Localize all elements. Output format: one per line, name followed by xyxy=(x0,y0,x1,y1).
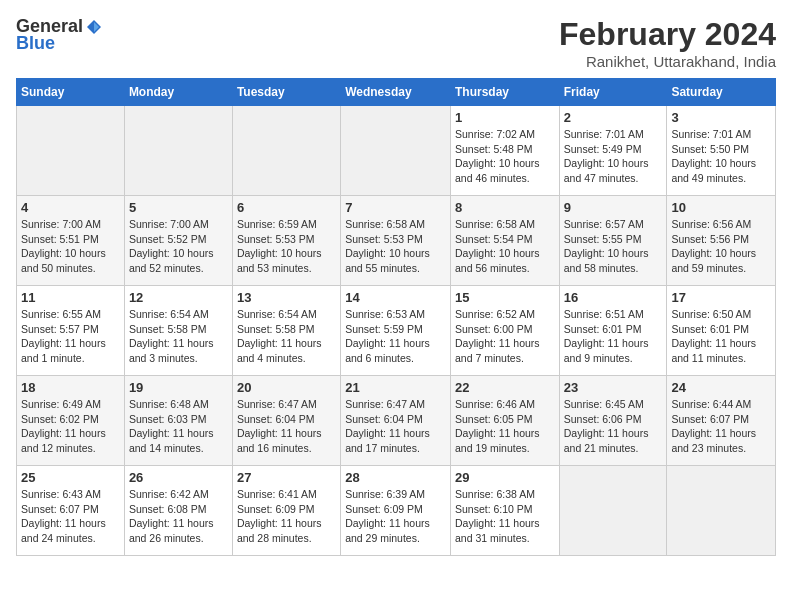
week-row-5: 25Sunrise: 6:43 AM Sunset: 6:07 PM Dayli… xyxy=(17,466,776,556)
calendar-cell: 2Sunrise: 7:01 AM Sunset: 5:49 PM Daylig… xyxy=(559,106,667,196)
calendar-cell: 15Sunrise: 6:52 AM Sunset: 6:00 PM Dayli… xyxy=(450,286,559,376)
calendar-cell: 7Sunrise: 6:58 AM Sunset: 5:53 PM Daylig… xyxy=(341,196,451,286)
calendar-cell: 13Sunrise: 6:54 AM Sunset: 5:58 PM Dayli… xyxy=(232,286,340,376)
day-number: 29 xyxy=(455,470,555,485)
day-info: Sunrise: 7:00 AM Sunset: 5:52 PM Dayligh… xyxy=(129,217,228,276)
day-info: Sunrise: 7:01 AM Sunset: 5:50 PM Dayligh… xyxy=(671,127,771,186)
calendar-cell: 11Sunrise: 6:55 AM Sunset: 5:57 PM Dayli… xyxy=(17,286,125,376)
calendar-cell xyxy=(559,466,667,556)
title-area: February 2024 Ranikhet, Uttarakhand, Ind… xyxy=(559,16,776,70)
day-number: 19 xyxy=(129,380,228,395)
day-number: 5 xyxy=(129,200,228,215)
day-number: 12 xyxy=(129,290,228,305)
day-info: Sunrise: 6:52 AM Sunset: 6:00 PM Dayligh… xyxy=(455,307,555,366)
day-number: 11 xyxy=(21,290,120,305)
week-row-1: 1Sunrise: 7:02 AM Sunset: 5:48 PM Daylig… xyxy=(17,106,776,196)
day-number: 13 xyxy=(237,290,336,305)
calendar-cell: 24Sunrise: 6:44 AM Sunset: 6:07 PM Dayli… xyxy=(667,376,776,466)
day-info: Sunrise: 6:53 AM Sunset: 5:59 PM Dayligh… xyxy=(345,307,446,366)
calendar-table: SundayMondayTuesdayWednesdayThursdayFrid… xyxy=(16,78,776,556)
calendar-cell: 8Sunrise: 6:58 AM Sunset: 5:54 PM Daylig… xyxy=(450,196,559,286)
day-number: 1 xyxy=(455,110,555,125)
day-number: 23 xyxy=(564,380,663,395)
calendar-cell: 21Sunrise: 6:47 AM Sunset: 6:04 PM Dayli… xyxy=(341,376,451,466)
calendar-cell xyxy=(341,106,451,196)
calendar-cell: 22Sunrise: 6:46 AM Sunset: 6:05 PM Dayli… xyxy=(450,376,559,466)
logo-icon xyxy=(85,18,103,36)
header-row: SundayMondayTuesdayWednesdayThursdayFrid… xyxy=(17,79,776,106)
calendar-cell xyxy=(667,466,776,556)
day-number: 28 xyxy=(345,470,446,485)
header-day-tuesday: Tuesday xyxy=(232,79,340,106)
day-info: Sunrise: 6:41 AM Sunset: 6:09 PM Dayligh… xyxy=(237,487,336,546)
header-day-monday: Monday xyxy=(124,79,232,106)
day-info: Sunrise: 6:38 AM Sunset: 6:10 PM Dayligh… xyxy=(455,487,555,546)
calendar-cell: 3Sunrise: 7:01 AM Sunset: 5:50 PM Daylig… xyxy=(667,106,776,196)
calendar-cell xyxy=(124,106,232,196)
day-number: 2 xyxy=(564,110,663,125)
header-day-friday: Friday xyxy=(559,79,667,106)
day-info: Sunrise: 7:02 AM Sunset: 5:48 PM Dayligh… xyxy=(455,127,555,186)
calendar-cell: 25Sunrise: 6:43 AM Sunset: 6:07 PM Dayli… xyxy=(17,466,125,556)
day-info: Sunrise: 6:54 AM Sunset: 5:58 PM Dayligh… xyxy=(129,307,228,366)
day-info: Sunrise: 6:47 AM Sunset: 6:04 PM Dayligh… xyxy=(237,397,336,456)
header-day-saturday: Saturday xyxy=(667,79,776,106)
day-number: 21 xyxy=(345,380,446,395)
month-title: February 2024 xyxy=(559,16,776,53)
calendar-cell: 27Sunrise: 6:41 AM Sunset: 6:09 PM Dayli… xyxy=(232,466,340,556)
header-day-sunday: Sunday xyxy=(17,79,125,106)
header-day-wednesday: Wednesday xyxy=(341,79,451,106)
calendar-cell: 20Sunrise: 6:47 AM Sunset: 6:04 PM Dayli… xyxy=(232,376,340,466)
day-info: Sunrise: 6:47 AM Sunset: 6:04 PM Dayligh… xyxy=(345,397,446,456)
calendar-cell: 10Sunrise: 6:56 AM Sunset: 5:56 PM Dayli… xyxy=(667,196,776,286)
day-number: 3 xyxy=(671,110,771,125)
calendar-cell: 12Sunrise: 6:54 AM Sunset: 5:58 PM Dayli… xyxy=(124,286,232,376)
day-number: 26 xyxy=(129,470,228,485)
day-number: 17 xyxy=(671,290,771,305)
day-number: 6 xyxy=(237,200,336,215)
day-info: Sunrise: 6:58 AM Sunset: 5:54 PM Dayligh… xyxy=(455,217,555,276)
day-number: 27 xyxy=(237,470,336,485)
day-number: 14 xyxy=(345,290,446,305)
day-info: Sunrise: 6:39 AM Sunset: 6:09 PM Dayligh… xyxy=(345,487,446,546)
day-info: Sunrise: 6:51 AM Sunset: 6:01 PM Dayligh… xyxy=(564,307,663,366)
calendar-cell: 17Sunrise: 6:50 AM Sunset: 6:01 PM Dayli… xyxy=(667,286,776,376)
calendar-cell: 14Sunrise: 6:53 AM Sunset: 5:59 PM Dayli… xyxy=(341,286,451,376)
calendar-cell: 6Sunrise: 6:59 AM Sunset: 5:53 PM Daylig… xyxy=(232,196,340,286)
calendar-cell xyxy=(17,106,125,196)
day-number: 7 xyxy=(345,200,446,215)
day-number: 22 xyxy=(455,380,555,395)
day-info: Sunrise: 6:54 AM Sunset: 5:58 PM Dayligh… xyxy=(237,307,336,366)
calendar-cell: 5Sunrise: 7:00 AM Sunset: 5:52 PM Daylig… xyxy=(124,196,232,286)
day-info: Sunrise: 6:59 AM Sunset: 5:53 PM Dayligh… xyxy=(237,217,336,276)
header-day-thursday: Thursday xyxy=(450,79,559,106)
day-info: Sunrise: 6:58 AM Sunset: 5:53 PM Dayligh… xyxy=(345,217,446,276)
day-info: Sunrise: 7:00 AM Sunset: 5:51 PM Dayligh… xyxy=(21,217,120,276)
day-number: 15 xyxy=(455,290,555,305)
week-row-3: 11Sunrise: 6:55 AM Sunset: 5:57 PM Dayli… xyxy=(17,286,776,376)
calendar-cell xyxy=(232,106,340,196)
location-title: Ranikhet, Uttarakhand, India xyxy=(559,53,776,70)
day-number: 16 xyxy=(564,290,663,305)
day-info: Sunrise: 6:49 AM Sunset: 6:02 PM Dayligh… xyxy=(21,397,120,456)
day-info: Sunrise: 6:45 AM Sunset: 6:06 PM Dayligh… xyxy=(564,397,663,456)
calendar-cell: 4Sunrise: 7:00 AM Sunset: 5:51 PM Daylig… xyxy=(17,196,125,286)
logo: General Blue xyxy=(16,16,103,54)
day-number: 8 xyxy=(455,200,555,215)
day-info: Sunrise: 6:55 AM Sunset: 5:57 PM Dayligh… xyxy=(21,307,120,366)
day-info: Sunrise: 6:42 AM Sunset: 6:08 PM Dayligh… xyxy=(129,487,228,546)
calendar-cell: 19Sunrise: 6:48 AM Sunset: 6:03 PM Dayli… xyxy=(124,376,232,466)
day-info: Sunrise: 6:46 AM Sunset: 6:05 PM Dayligh… xyxy=(455,397,555,456)
day-number: 10 xyxy=(671,200,771,215)
calendar-cell: 1Sunrise: 7:02 AM Sunset: 5:48 PM Daylig… xyxy=(450,106,559,196)
day-info: Sunrise: 6:48 AM Sunset: 6:03 PM Dayligh… xyxy=(129,397,228,456)
calendar-cell: 26Sunrise: 6:42 AM Sunset: 6:08 PM Dayli… xyxy=(124,466,232,556)
calendar-cell: 23Sunrise: 6:45 AM Sunset: 6:06 PM Dayli… xyxy=(559,376,667,466)
day-info: Sunrise: 6:43 AM Sunset: 6:07 PM Dayligh… xyxy=(21,487,120,546)
day-number: 25 xyxy=(21,470,120,485)
calendar-cell: 28Sunrise: 6:39 AM Sunset: 6:09 PM Dayli… xyxy=(341,466,451,556)
calendar-cell: 9Sunrise: 6:57 AM Sunset: 5:55 PM Daylig… xyxy=(559,196,667,286)
week-row-2: 4Sunrise: 7:00 AM Sunset: 5:51 PM Daylig… xyxy=(17,196,776,286)
week-row-4: 18Sunrise: 6:49 AM Sunset: 6:02 PM Dayli… xyxy=(17,376,776,466)
day-info: Sunrise: 6:50 AM Sunset: 6:01 PM Dayligh… xyxy=(671,307,771,366)
